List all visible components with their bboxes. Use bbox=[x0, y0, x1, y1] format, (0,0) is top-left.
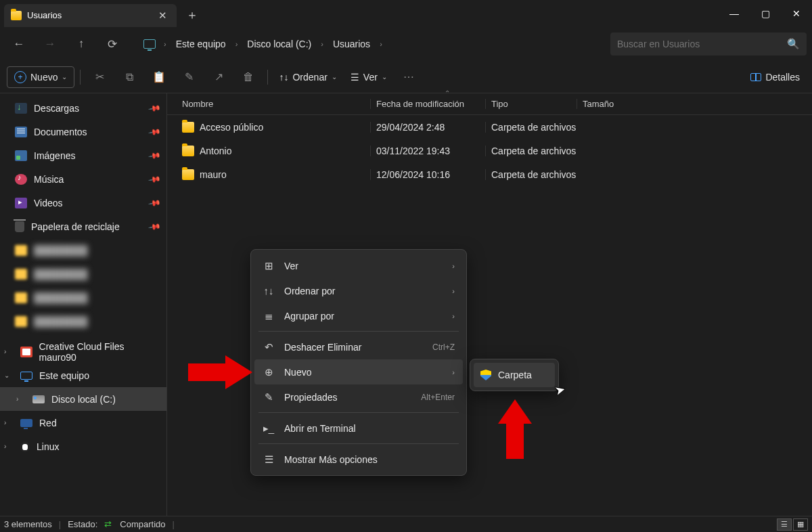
sidebar-item[interactable]: Documentos 📌 bbox=[0, 120, 166, 143]
sidebar-label: Linux bbox=[37, 441, 59, 452]
col-name[interactable]: Nombre bbox=[167, 99, 370, 109]
sidebar-label: Red bbox=[39, 418, 57, 428]
pin-icon[interactable]: 📌 bbox=[148, 172, 161, 185]
details-label: Detalles bbox=[765, 72, 800, 83]
view-button[interactable]: ☰ Ver ⌄ bbox=[345, 66, 392, 88]
forward-button[interactable]: → bbox=[37, 32, 64, 56]
close-tab-icon[interactable]: ✕ bbox=[156, 9, 170, 22]
sidebar-label: Documentos bbox=[34, 127, 87, 137]
sidebar-item[interactable]: Música 📌 bbox=[0, 167, 166, 191]
row-date: 03/11/2022 19:43 bbox=[370, 146, 485, 156]
img-icon bbox=[15, 150, 27, 161]
more-button[interactable]: ⋯ bbox=[395, 66, 422, 88]
sidebar-item[interactable]: ████████ bbox=[0, 262, 166, 286]
maximize-button[interactable]: ▢ bbox=[750, 0, 781, 27]
context-item[interactable]: ▸_ Abrir en Terminal bbox=[254, 416, 463, 441]
separator bbox=[80, 70, 81, 85]
rename-button[interactable]: ✎ bbox=[175, 66, 202, 88]
breadcrumb-segment[interactable]: Disco local (C:) bbox=[242, 36, 317, 52]
copy-button[interactable]: ⧉ bbox=[116, 66, 143, 88]
sidebar-label: Papelera de reciclaje bbox=[31, 221, 120, 232]
sidebar-tree-item[interactable]: › Disco local (C:) bbox=[0, 387, 166, 411]
context-item[interactable]: ↑↓ Ordenar por › bbox=[254, 278, 463, 303]
expand-icon[interactable]: › bbox=[4, 419, 12, 426]
chevron-down-icon: ⌄ bbox=[62, 73, 67, 81]
pin-icon[interactable]: 📌 bbox=[148, 125, 161, 138]
col-date[interactable]: Fecha de modificación bbox=[370, 99, 485, 109]
search-icon[interactable]: 🔍 bbox=[787, 38, 800, 50]
pin-icon[interactable]: 📌 bbox=[148, 219, 161, 233]
context-item[interactable]: ✎ Propiedades Alt+Enter bbox=[254, 384, 463, 409]
navigation-bar: ← → ↑ ⟳ › Este equipo › Disco local (C:)… bbox=[0, 27, 812, 61]
context-item[interactable]: ⊕ Nuevo › bbox=[254, 359, 463, 384]
context-item[interactable]: ⊞ Ver › bbox=[254, 253, 463, 278]
sidebar-item[interactable]: ████████ bbox=[0, 286, 166, 309]
new-button-label: Nuevo bbox=[30, 72, 58, 83]
breadcrumb-segment[interactable]: Usuarios bbox=[328, 36, 376, 52]
context-item[interactable]: ↶ Deshacer Eliminar Ctrl+Z bbox=[254, 334, 463, 359]
chevron-right-icon[interactable]: › bbox=[319, 40, 325, 48]
refresh-button[interactable]: ⟳ bbox=[99, 32, 126, 56]
expand-icon[interactable]: ⌄ bbox=[4, 372, 12, 379]
submenu-item-carpeta[interactable]: Carpeta bbox=[474, 363, 555, 387]
sidebar-item[interactable]: Imágenes 📌 bbox=[0, 143, 166, 167]
minimize-button[interactable]: ― bbox=[719, 0, 750, 27]
delete-button[interactable]: 🗑 bbox=[235, 66, 262, 88]
breadcrumb-segment[interactable]: Este equipo bbox=[171, 36, 231, 52]
context-submenu: Carpeta bbox=[470, 359, 559, 391]
file-row[interactable]: Acceso público 29/04/2024 2:48 Carpeta d… bbox=[167, 115, 812, 139]
breadcrumb[interactable]: › Este equipo › Disco local (C:) › Usuar… bbox=[135, 32, 601, 56]
chevron-right-icon[interactable]: › bbox=[378, 40, 384, 48]
chevron-right-icon[interactable]: › bbox=[234, 40, 240, 48]
expand-icon[interactable]: › bbox=[4, 443, 12, 450]
share-button[interactable]: ↗ bbox=[205, 66, 232, 88]
new-tab-button[interactable]: ＋ bbox=[177, 7, 208, 23]
chevron-down-icon: ⌄ bbox=[332, 73, 337, 81]
list-icon: ☰ bbox=[351, 72, 359, 83]
this-pc-icon[interactable] bbox=[143, 39, 156, 49]
sidebar-item[interactable]: ████████ bbox=[0, 309, 166, 333]
close-button[interactable]: ✕ bbox=[781, 0, 812, 27]
menu-icon: ☰ bbox=[263, 453, 275, 466]
plus-icon: + bbox=[14, 71, 26, 83]
pin-icon[interactable]: 📌 bbox=[148, 148, 161, 162]
view-thumbnails-button[interactable]: ▦ bbox=[793, 518, 808, 531]
search-box[interactable]: 🔍 bbox=[610, 32, 807, 56]
context-item[interactable]: ☰ Mostrar Más opciones bbox=[254, 447, 463, 472]
sidebar-item[interactable]: Videos 📌 bbox=[0, 191, 166, 215]
sidebar-label: Creative Cloud Files mauro90 bbox=[39, 341, 160, 363]
new-button[interactable]: + Nuevo ⌄ bbox=[7, 66, 74, 88]
sidebar-tree-item[interactable]: › Creative Cloud Files mauro90 bbox=[0, 340, 166, 363]
menu-icon: ↶ bbox=[263, 341, 275, 353]
expand-icon[interactable]: › bbox=[4, 348, 12, 355]
sidebar-item[interactable]: Descargas 📌 bbox=[0, 96, 166, 120]
file-row[interactable]: Antonio 03/11/2022 19:43 Carpeta de arch… bbox=[167, 139, 812, 162]
up-button[interactable]: ↑ bbox=[68, 32, 95, 56]
chevron-right-icon: › bbox=[452, 262, 455, 270]
sort-button[interactable]: ↑↓ Ordenar ⌄ bbox=[273, 66, 342, 88]
cut-button[interactable]: ✂ bbox=[86, 66, 113, 88]
folder-icon bbox=[182, 146, 194, 156]
expand-icon[interactable]: › bbox=[16, 395, 24, 403]
sidebar-tree-item[interactable]: › Linux bbox=[0, 435, 166, 458]
search-input[interactable] bbox=[617, 39, 787, 49]
context-item[interactable]: ≣ Agrupar por › bbox=[254, 303, 463, 328]
col-size[interactable]: Tamaño bbox=[577, 99, 641, 109]
sidebar-item[interactable]: Papelera de reciclaje 📌 bbox=[0, 215, 166, 238]
file-row[interactable]: mauro 12/06/2024 10:16 Carpeta de archiv… bbox=[167, 162, 812, 186]
pin-icon[interactable]: 📌 bbox=[148, 101, 161, 114]
view-details-button[interactable]: ☰ bbox=[777, 518, 792, 531]
menu-label: Deshacer Eliminar bbox=[284, 342, 361, 353]
sidebar-item[interactable]: ████████ bbox=[0, 238, 166, 262]
tab-usuarios[interactable]: Usuarios ✕ bbox=[4, 4, 177, 27]
sidebar-tree-item[interactable]: › Red bbox=[0, 411, 166, 435]
col-type[interactable]: Tipo bbox=[485, 99, 577, 109]
folder-icon bbox=[15, 292, 27, 303]
chevron-right-icon[interactable]: › bbox=[162, 40, 168, 48]
back-button[interactable]: ← bbox=[5, 32, 32, 56]
details-pane-button[interactable]: Detalles bbox=[745, 66, 805, 88]
sidebar-tree-item[interactable]: ⌄ Este equipo bbox=[0, 363, 166, 387]
pin-icon[interactable]: 📌 bbox=[148, 196, 161, 209]
chevron-right-icon: › bbox=[452, 287, 455, 295]
paste-button[interactable]: 📋 bbox=[145, 66, 173, 88]
